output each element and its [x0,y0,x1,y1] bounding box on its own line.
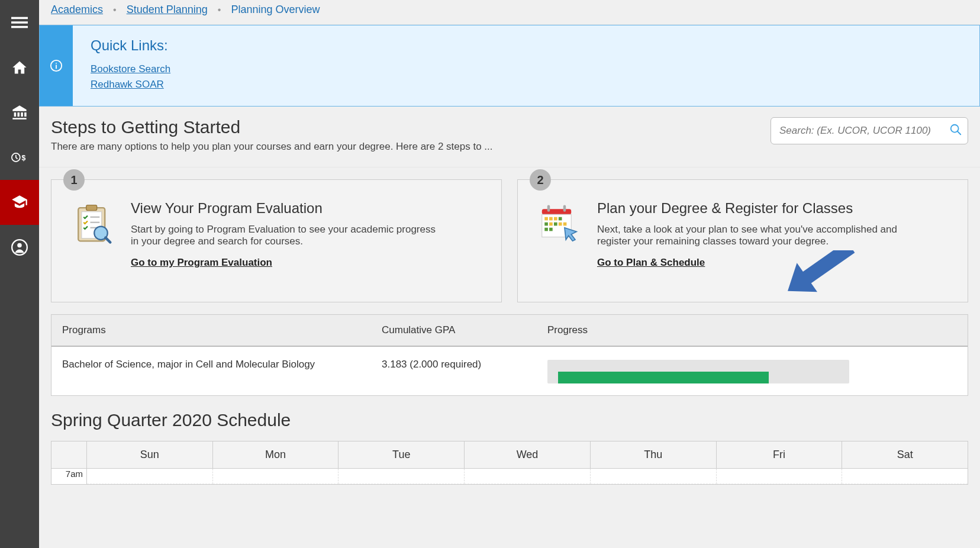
quick-link[interactable]: Bookstore Search [91,63,170,75]
graduation-icon[interactable] [0,180,39,225]
breadcrumb-link[interactable]: Student Planning [127,4,208,15]
breadcrumb-link[interactable]: Academics [51,4,103,15]
svg-rect-22 [563,205,566,212]
svg-rect-21 [547,205,550,212]
page-title: Steps to Getting Started [51,117,493,137]
clock-dollar-icon[interactable]: $ [0,135,39,180]
svg-line-11 [958,131,961,135]
svg-rect-25 [549,217,553,221]
day-header: Thu [591,441,717,468]
day-header: Fri [717,441,843,468]
day-header: Wed [465,441,591,468]
side-nav: $ [0,0,39,548]
program-name: Bachelor of Science, major in Cell and M… [51,347,371,395]
gpa-value: 3.183 (2.000 required) [371,347,537,395]
bank-icon[interactable] [0,90,39,135]
day-header: Mon [213,441,339,468]
clipboard-search-icon [69,200,117,247]
svg-point-6 [17,243,21,247]
card-title: Plan your Degree & Register for Classes [597,200,905,217]
svg-point-9 [56,63,57,64]
menu-icon[interactable] [0,0,39,45]
step-card-2: 2 Plan your Degree & Reg [517,179,968,302]
plan-schedule-link[interactable]: Go to Plan & Schedule [597,257,705,268]
schedule-grid: Sun Mon Tue Wed Thu Fri Sat 7am [51,441,968,485]
breadcrumb: Academics • Student Planning • Planning … [39,0,980,25]
info-icon [40,25,73,106]
svg-rect-30 [549,223,553,226]
svg-line-19 [105,238,110,243]
calendar-cursor-icon [536,200,583,247]
svg-text:$: $ [22,154,26,162]
user-icon[interactable] [0,225,39,270]
quick-link[interactable]: Redhawk SOAR [91,79,170,91]
schedule-title: Spring Quarter 2020 Schedule [51,410,968,430]
day-header: Sat [842,441,968,468]
svg-rect-32 [563,223,567,226]
page-subtitle: There are many options to help you plan … [51,141,493,153]
svg-rect-14 [86,205,97,211]
schedule-section: Spring Quarter 2020 Schedule Sun Mon Tue… [51,410,968,485]
svg-rect-33 [544,228,548,231]
day-header: Sun [87,441,213,468]
col-header: Progress [537,315,968,346]
day-header: Tue [339,441,465,468]
quick-links-box: Quick Links: Bookstore Search Redhawk SO… [39,25,980,107]
svg-rect-27 [559,217,562,221]
card-desc: Next, take a look at your plan to see wh… [597,224,905,247]
card-desc: Start by going to Program Evaluation to … [131,224,439,247]
svg-rect-20 [542,209,572,214]
svg-rect-0 [11,17,28,20]
search-icon [949,123,962,136]
progress-bar [547,360,849,383]
step-badge: 1 [63,169,85,191]
svg-rect-31 [559,223,562,226]
svg-rect-1 [11,21,28,24]
search-input[interactable] [771,117,968,144]
col-header: Programs [51,315,371,346]
time-label: 7am [51,469,87,484]
card-title: View Your Program Evaluation [131,200,439,217]
table-row: Bachelor of Science, major in Cell and M… [51,347,968,395]
svg-rect-34 [549,228,553,231]
main-content: Academics • Student Planning • Planning … [39,0,980,548]
breadcrumb-current: Planning Overview [231,4,320,15]
quick-links-title: Quick Links: [91,37,170,54]
col-header: Cumulative GPA [371,315,537,346]
svg-rect-24 [544,217,548,221]
svg-rect-2 [11,26,28,28]
progress-fill [558,372,769,383]
step-cards: 1 [39,167,980,302]
search-box [771,117,968,144]
svg-rect-26 [554,217,557,221]
program-eval-link[interactable]: Go to my Program Evaluation [131,257,272,268]
svg-rect-29 [554,223,557,226]
step-badge: 2 [530,169,551,191]
step-card-1: 1 [51,179,502,302]
home-icon[interactable] [0,45,39,90]
svg-rect-28 [544,223,548,226]
getting-started-header: Steps to Getting Started There are many … [39,107,980,167]
search-button[interactable] [949,123,962,138]
programs-table: Programs Cumulative GPA Progress Bachelo… [51,314,968,396]
